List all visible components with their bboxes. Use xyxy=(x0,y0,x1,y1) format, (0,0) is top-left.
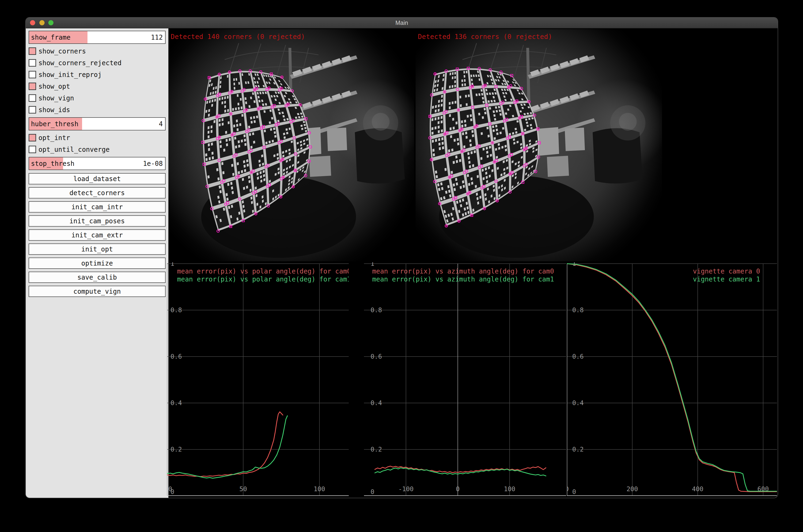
svg-text:400: 400 xyxy=(692,485,704,493)
load-dataset-button[interactable]: load_dataset xyxy=(28,173,166,184)
checkbox-box[interactable] xyxy=(28,59,36,66)
checkbox-box[interactable] xyxy=(28,82,36,90)
svg-text:mean error(pix) vs azimuth ang: mean error(pix) vs azimuth angle(deg) fo… xyxy=(372,276,554,283)
svg-text:0.8: 0.8 xyxy=(370,306,382,314)
slider-label: show_frame xyxy=(31,31,71,43)
svg-text:vignette camera 1: vignette camera 1 xyxy=(693,276,760,283)
checkbox-label: show_corners xyxy=(38,48,86,55)
camera0-scene xyxy=(168,29,414,261)
checkbox-opt-intr[interactable]: opt_intr xyxy=(28,133,166,142)
checkbox-box[interactable] xyxy=(28,146,36,153)
checkbox-show-init-reproj[interactable]: show_init_reproj xyxy=(28,70,166,79)
checkbox-label: show_ids xyxy=(38,106,70,114)
vignette-plot: 10.80.60.40.200200400600vignette camera … xyxy=(567,262,777,498)
checkbox-show-corners-rejected[interactable]: show_corners_rejected xyxy=(28,59,166,67)
plots-row: 10.80.60.40.20050100mean error(pix) vs p… xyxy=(168,262,778,498)
detect-corners-button[interactable]: detect_corners xyxy=(28,187,166,198)
save-calib-button[interactable]: save_calib xyxy=(28,272,166,283)
checkbox-label: opt_intr xyxy=(38,134,70,142)
svg-text:0.4: 0.4 xyxy=(572,399,584,406)
svg-text:0.4: 0.4 xyxy=(171,399,182,406)
svg-text:0: 0 xyxy=(370,488,374,495)
checkbox-label: show_vign xyxy=(38,94,74,102)
main-view: Detected 140 corners (0 rejected) Detect… xyxy=(168,28,778,498)
svg-text:0.2: 0.2 xyxy=(370,446,382,453)
checkbox-box[interactable] xyxy=(28,48,36,55)
checkbox-opt-until-converge[interactable]: opt_until_converge xyxy=(28,145,166,154)
camera1-detection-status: Detected 136 corners (0 rejected) xyxy=(418,33,552,41)
control-sidebar: show_frame 112 show_corners show_corners… xyxy=(26,28,168,498)
svg-text:1: 1 xyxy=(171,262,174,267)
slider-value: 1e-08 xyxy=(143,157,163,170)
svg-text:100: 100 xyxy=(314,485,325,493)
svg-text:0: 0 xyxy=(572,488,576,495)
checkbox-show-vign[interactable]: show_vign xyxy=(28,94,166,102)
checkbox-box[interactable] xyxy=(28,134,36,141)
svg-text:0.8: 0.8 xyxy=(171,306,182,314)
slider-value: 112 xyxy=(151,31,163,43)
checkbox-show-ids[interactable]: show_ids xyxy=(28,106,166,114)
window-title: Main xyxy=(26,18,778,28)
slider-label: stop_thresh xyxy=(31,157,74,170)
stop-thresh-slider[interactable]: stop_thresh 1e-08 xyxy=(28,157,166,170)
huber-thresh-slider[interactable]: huber_thresh 4 xyxy=(28,117,166,130)
optimize-button[interactable]: optimize xyxy=(28,258,166,269)
svg-text:0: 0 xyxy=(168,485,172,493)
svg-text:mean error(pix) vs azimuth ang: mean error(pix) vs azimuth angle(deg) fo… xyxy=(372,267,554,275)
svg-text:0.2: 0.2 xyxy=(572,446,584,453)
svg-text:0.8: 0.8 xyxy=(572,306,584,314)
svg-text:0: 0 xyxy=(456,485,460,493)
desktop: Main show_frame 112 show_corners show_co… xyxy=(0,0,803,532)
azimuth-error-plot: 10.80.60.40.20-1000100mean error(pix) vs… xyxy=(364,262,566,498)
svg-text:1: 1 xyxy=(370,262,374,267)
show-frame-slider[interactable]: show_frame 112 xyxy=(28,31,166,44)
checkbox-label: show_init_reproj xyxy=(38,71,102,79)
camera1-view: Detected 136 corners (0 rejected) xyxy=(416,29,662,261)
svg-text:100: 100 xyxy=(504,485,515,493)
slider-value: 4 xyxy=(159,118,163,130)
camera0-detection-status: Detected 140 corners (0 rejected) xyxy=(171,33,305,41)
svg-text:200: 200 xyxy=(627,485,638,493)
svg-text:0.2: 0.2 xyxy=(171,446,182,453)
init-opt-button[interactable]: init_opt xyxy=(28,244,166,255)
polar-error-plot: 10.80.60.40.20050100mean error(pix) vs p… xyxy=(167,262,349,498)
checkbox-label: show_corners_rejected xyxy=(38,59,121,67)
svg-text:0.6: 0.6 xyxy=(572,353,584,360)
svg-text:mean error(pix) vs polar angle: mean error(pix) vs polar angle(deg) for … xyxy=(177,276,349,283)
titlebar[interactable]: Main xyxy=(26,18,778,28)
svg-text:mean error(pix) vs polar angle: mean error(pix) vs polar angle(deg) for … xyxy=(177,267,349,275)
checkbox-show-corners[interactable]: show_corners xyxy=(28,47,166,55)
checkbox-label: opt_until_converge xyxy=(38,146,110,153)
svg-text:50: 50 xyxy=(240,485,247,493)
svg-text:0.4: 0.4 xyxy=(370,399,382,406)
svg-text:0.6: 0.6 xyxy=(370,353,382,360)
checkbox-label: show_opt xyxy=(38,82,70,90)
compute-vign-button[interactable]: compute_vign xyxy=(28,286,166,297)
checkbox-box[interactable] xyxy=(28,71,36,78)
window-content: show_frame 112 show_corners show_corners… xyxy=(26,28,778,498)
init-cam-extr-button[interactable]: init_cam_extr xyxy=(28,229,166,241)
camera0-view: Detected 140 corners (0 rejected) xyxy=(168,29,414,261)
camera1-scene xyxy=(416,29,662,261)
init-cam-poses-button[interactable]: init_cam_poses xyxy=(28,215,166,227)
slider-label: huber_thresh xyxy=(31,118,78,130)
svg-text:0: 0 xyxy=(567,485,569,493)
main-window: Main show_frame 112 show_corners show_co… xyxy=(26,18,778,498)
checkbox-show-opt[interactable]: show_opt xyxy=(28,82,166,91)
checkbox-box[interactable] xyxy=(28,106,36,114)
svg-text:-100: -100 xyxy=(398,485,414,493)
init-cam-intr-button[interactable]: init_cam_intr xyxy=(28,201,166,212)
svg-text:vignette camera 0: vignette camera 0 xyxy=(693,267,760,275)
checkbox-box[interactable] xyxy=(28,94,36,102)
svg-text:0.6: 0.6 xyxy=(171,353,182,360)
